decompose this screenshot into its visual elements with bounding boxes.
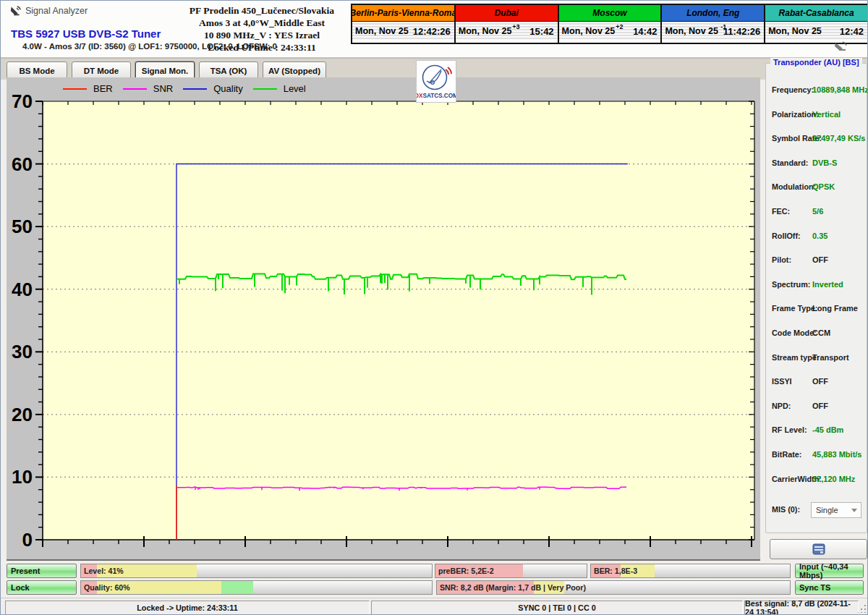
legend-level: Level	[253, 83, 306, 94]
field-value: 45,883 Mbit/s	[812, 450, 861, 459]
field-label: Code Mode:	[772, 328, 817, 337]
preber-bar: preBER: 5,2E-2	[435, 564, 587, 578]
legend-ber-swatch	[63, 88, 87, 90]
field-value: Vertical	[812, 110, 841, 119]
field-value: OFF	[812, 377, 828, 386]
mis-selected-value: Single	[816, 506, 838, 514]
status-uptime: Locked -> Uptime: 24:33:11	[5, 601, 370, 615]
ber-bar: BER: 1,8E-3	[590, 564, 791, 578]
clock-time-cell: Mon, Nov 25 12:42:26	[352, 22, 454, 41]
clock-city-label: Berlin-Paris-Vienna-Roma	[352, 5, 454, 22]
clock-date: Mon, Nov 25	[355, 26, 409, 36]
transponder-panel: Transponder (AU) [BS] Frequency:10889,84…	[765, 63, 867, 533]
snr-bar: SNR: 8,2 dB (Margin: 1,7 dB | Very Poor)	[436, 580, 791, 595]
legend-quality: Quality	[183, 83, 242, 94]
signal-chart: 010203040506070	[7, 77, 760, 559]
signal-chart-panel: BER SNR Quality Level	[7, 77, 760, 561]
svg-text:70: 70	[12, 90, 33, 112]
clock-date: Mon, Nov 25	[665, 26, 718, 36]
svg-text:40: 40	[12, 279, 33, 300]
field-label: Pilot:	[772, 255, 791, 264]
tuner-name: TBS 5927 USB DVB-S2 Tuner	[11, 27, 161, 40]
field-value: Transport	[812, 353, 849, 362]
site-line-3: 10 890 MHz_V : YES Izrael	[173, 29, 351, 41]
status-bar: Locked -> Uptime: 24:33:11 SYNC 0 | TEI …	[1, 598, 868, 615]
site-line-1: PF Prodelin 450_Lučenec/Slovakia	[173, 4, 351, 17]
field-value: Long Frame	[812, 304, 858, 313]
svg-text:30: 30	[12, 341, 33, 362]
field-value: 0.35	[812, 232, 827, 240]
legend-quality-swatch	[183, 88, 207, 90]
svg-text:0: 0	[22, 529, 33, 551]
clock-time: 12:42	[840, 26, 864, 37]
field-value: CCM	[812, 328, 830, 337]
clock-time-cell: Mon, Nov 25 12:42	[765, 22, 867, 41]
satellite-dish-icon	[9, 4, 22, 17]
legend-ber: BER	[63, 83, 113, 94]
clock-city-label: Dubai	[456, 5, 558, 22]
field-label: Standard:	[772, 158, 808, 167]
save-drive-icon	[812, 543, 825, 555]
clock-utc-offset: +2	[616, 23, 623, 30]
sync-ts-indicator[interactable]: Sync TS	[795, 580, 864, 595]
status-best-signal: Best signal: 8,7 dB (2024-11-24 13:54)	[744, 601, 859, 615]
quality-bar: Quality: 60%	[80, 580, 433, 595]
status-sync-counters: SYNC 0 | TEI 0 | CC 0	[371, 601, 743, 615]
site-info-block: PF Prodelin 450_Lučenec/Slovakia Amos 3 …	[173, 4, 351, 54]
save-button[interactable]	[770, 539, 867, 559]
field-value: OFF	[812, 255, 828, 264]
clock-moscow: Moscow Mon, Nov 25 +2 14:42	[559, 5, 663, 43]
clock-city-label: Rabat-Casablanca	[765, 5, 867, 22]
svg-text:20: 20	[12, 404, 33, 425]
site-line-4: Locked UPtime : 24:33:11	[173, 41, 351, 54]
present-indicator[interactable]: Present	[7, 564, 77, 578]
dxsatcs-logo-graphic: DXSATCS.COM	[417, 61, 456, 102]
svg-text:DXSATCS.COM: DXSATCS.COM	[417, 93, 456, 99]
clock-city-label: Moscow	[559, 5, 661, 22]
field-label: RollOff:	[772, 232, 801, 240]
clock-time-cell: Mon, Nov 25 -1 11:42:26	[662, 22, 764, 41]
clock-date: Mon, Nov 25	[459, 26, 512, 36]
clock-berlin: Berlin-Paris-Vienna-Roma Mon, Nov 25 12:…	[352, 5, 456, 43]
field-value: QPSK	[812, 182, 835, 191]
field-value: -45 dBm	[812, 425, 843, 434]
mis-select[interactable]: Single	[811, 502, 861, 518]
transponder-panel-title: Transponder (AU) [BS]	[770, 58, 862, 67]
resize-grip[interactable]	[858, 604, 867, 613]
site-line-2: Amos 3 at 4,0°W_Middle East	[173, 17, 351, 29]
clock-time: 15:42	[529, 26, 553, 37]
field-label: Frame Type:	[772, 304, 817, 313]
svg-text:10: 10	[12, 466, 33, 488]
field-label: BitRate:	[772, 450, 801, 459]
clock-date: Mon, Nov 25	[768, 26, 822, 36]
clock-city-label: London, Eng	[662, 5, 764, 22]
field-value: Inverted	[812, 280, 843, 289]
field-value: 27497,49 KS/s	[812, 134, 865, 143]
dxsatcs-logo: DXSATCS.COM	[416, 60, 456, 103]
level-bar: Level: 41%	[80, 564, 433, 578]
clock-time-cell: Mon, Nov 25 +3 15:42	[456, 22, 558, 41]
legend-snr-swatch	[123, 88, 147, 90]
svg-text:50: 50	[12, 216, 33, 237]
clock-time: 12:42:26	[413, 26, 451, 37]
mis-row: MIS (0): Single	[766, 505, 867, 521]
field-value: 10889,848 MHz	[812, 85, 868, 94]
field-label: ISSYI	[772, 377, 792, 386]
clock-rabat: Rabat-Casablanca Mon, Nov 25 12:42	[765, 5, 867, 43]
clock-time: 11:42:26	[723, 26, 760, 37]
chevron-down-icon	[851, 509, 857, 512]
window-title: Signal Analyzer	[25, 6, 88, 16]
field-value: 5/6	[812, 207, 823, 216]
clock-time-cell: Mon, Nov 25 +2 14:42	[559, 22, 661, 41]
lock-indicator[interactable]: Lock	[7, 580, 77, 595]
satellite-dish-icon	[834, 41, 848, 51]
field-label: FEC:	[772, 207, 790, 216]
signal-analyzer-window: Signal Analyzer TBS 5927 USB DVB-S2 Tune…	[0, 0, 868, 615]
header-band: Signal Analyzer TBS 5927 USB DVB-S2 Tune…	[1, 1, 868, 58]
legend-snr: SNR	[123, 83, 173, 94]
chart-legend: BER SNR Quality Level	[63, 83, 306, 94]
clock-date: Mon, Nov 25	[562, 26, 616, 36]
input-indicator[interactable]: Input (~40,34 Mbps)	[795, 564, 864, 578]
legend-level-swatch	[253, 88, 277, 90]
clock-dubai: Dubai Mon, Nov 25 +3 15:42	[456, 5, 559, 43]
